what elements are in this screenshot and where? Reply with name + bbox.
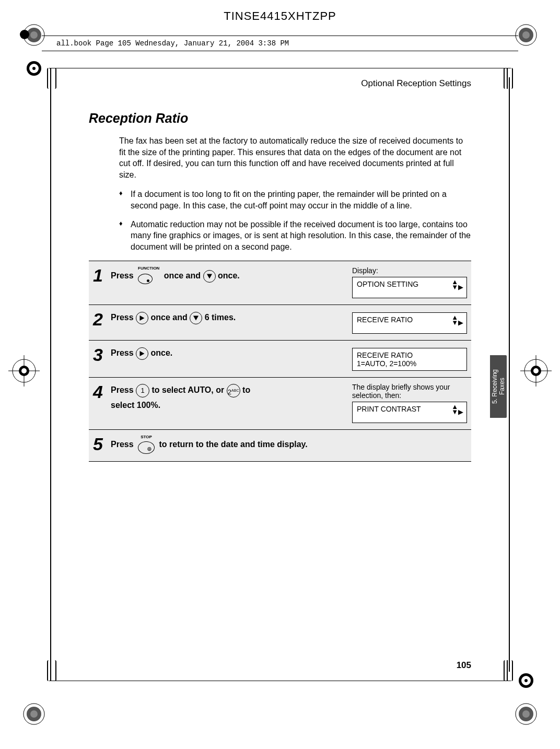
step-number: 2 — [93, 310, 111, 328]
nav-arrows-icon: ▲▼▶ — [451, 404, 463, 415]
keypad-2-icon: 2ABC — [227, 384, 240, 397]
svg-point-8 — [30, 710, 38, 718]
svg-point-22 — [21, 368, 27, 373]
section-heading: Reception Ratio — [89, 111, 471, 126]
step-row: 5 Press STOP to return to the date and t… — [89, 429, 471, 461]
down-arrow-button-icon — [190, 312, 202, 324]
spread-line-top — [49, 68, 511, 68]
hinge-icon — [47, 660, 56, 681]
step-instruction: Press 1 to select AUTO, or 2ABC to selec… — [111, 383, 352, 413]
running-head: Optional Reception Settings — [361, 78, 471, 89]
intro-paragraph: The fax has been set at the factory to a… — [119, 135, 471, 180]
step-number: 3 — [93, 346, 111, 364]
hinge-icon — [504, 68, 513, 89]
spine-line-left — [50, 77, 51, 672]
function-button-icon: FUNCTION — [138, 266, 159, 286]
svg-point-14 — [32, 67, 36, 70]
step-number: 4 — [93, 383, 111, 401]
chapter-tab: 5. ReceivingFaxes — [490, 355, 507, 418]
svg-point-2 — [30, 31, 38, 39]
spread-line-bottom — [49, 681, 511, 681]
nav-arrows-icon: ▲▼▶ — [451, 315, 463, 325]
register-mark-top-left — [22, 56, 46, 80]
bullet-item: Automatic reduction may not be possible … — [119, 219, 471, 253]
down-arrow-button-icon — [203, 270, 216, 283]
register-mark-bottom-right — [514, 669, 538, 693]
content-area: Optional Reception Settings Reception Ra… — [89, 78, 471, 671]
page-number: 105 — [457, 660, 471, 671]
lcd-display-box: OPTION SETTING ▲▼▶ — [352, 277, 467, 298]
edge-register-left — [8, 355, 40, 387]
svg-point-11 — [522, 710, 530, 718]
hinge-icon — [504, 660, 513, 681]
svg-point-27 — [533, 368, 539, 373]
stop-button-icon: STOP — [138, 435, 155, 455]
svg-point-17 — [524, 679, 528, 682]
spine-line-right — [509, 77, 510, 672]
book-meta-text: all.book Page 105 Wednesday, January 21,… — [51, 39, 289, 48]
step-row: 1 Press FUNCTION once and once. Display:… — [89, 261, 471, 305]
edge-register-right — [520, 355, 552, 387]
right-arrow-button-icon — [136, 312, 148, 324]
nav-arrows-icon: ▲▼▶ — [451, 279, 463, 290]
header-code: TINSE4415XHTZPP — [0, 9, 560, 23]
bullet-item: If a document is too long to fit on the … — [119, 189, 471, 211]
step-instruction: Press once. — [111, 346, 352, 361]
step-instruction: Press STOP to return to the date and tim… — [111, 435, 352, 455]
page: TINSE4415XHTZPP all.book Page 105 Wednes… — [0, 0, 560, 749]
lcd-display-box: RECEIVE RATIO 1=AUTO, 2=100% — [352, 348, 467, 371]
step-row: 2 Press once and 6 times. RECEIVE RATIO … — [89, 305, 471, 340]
step-instruction: Press FUNCTION once and once. — [111, 266, 352, 286]
steps-panel: 1 Press FUNCTION once and once. Display:… — [89, 261, 471, 462]
hinge-icon — [47, 68, 56, 89]
display-note: The display briefly shows your selection… — [352, 383, 467, 400]
svg-point-5 — [522, 31, 530, 39]
crop-mark-bottom-left — [21, 701, 47, 727]
book-meta-bar: all.book Page 105 Wednesday, January 21,… — [42, 36, 518, 51]
lcd-display-box: PRINT CONTRAST ▲▼▶ — [352, 402, 467, 423]
crop-mark-bottom-right — [513, 701, 539, 727]
step-row: 3 Press once. RECEIVE RATIO 1=AUTO, 2=10… — [89, 340, 471, 377]
step-row: 4 Press 1 to select AUTO, or 2ABC to sel… — [89, 377, 471, 429]
step-number: 5 — [93, 435, 111, 453]
right-arrow-button-icon — [136, 347, 148, 360]
step-number: 1 — [93, 266, 111, 284]
display-label: Display: — [352, 266, 467, 275]
keypad-1-icon: 1 — [136, 384, 149, 397]
lcd-display-box: RECEIVE RATIO ▲▼▶ — [352, 312, 467, 334]
step-instruction: Press once and 6 times. — [111, 310, 352, 325]
